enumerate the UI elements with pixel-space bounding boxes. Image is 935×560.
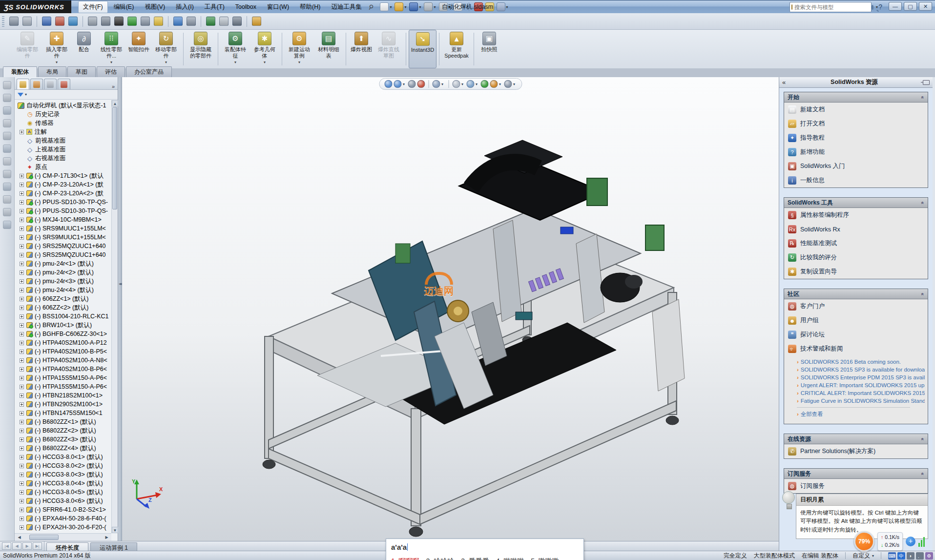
- tree-vertical-scrollbar[interactable]: ▲ ▼: [111, 100, 118, 533]
- zoom-area-icon-drop[interactable]: ▾: [403, 82, 405, 86]
- tree-item[interactable]: (-) CM-P-23-L20A<2> (默: [15, 189, 111, 198]
- expand-icon[interactable]: [20, 508, 24, 512]
- view-settings-icon-drop[interactable]: ▾: [513, 82, 515, 86]
- previous-view-icon[interactable]: [408, 80, 416, 88]
- tree-item[interactable]: (-) PPUS-SD10-30-TP-QS-: [15, 207, 111, 215]
- expand-icon[interactable]: [20, 350, 24, 354]
- ime-fullwidth-icon[interactable]: ◗: [907, 552, 914, 560]
- undo-icon[interactable]: [439, 2, 448, 11]
- tree-item[interactable]: (-) 606ZZ<1> (默认): [15, 294, 111, 303]
- help-icon[interactable]: ?: [878, 3, 882, 11]
- menu-9[interactable]: 迈迪工具集: [326, 1, 367, 13]
- collapse-section-icon[interactable]: «: [920, 437, 926, 440]
- gear-icon[interactable]: [88, 17, 97, 26]
- tree-item[interactable]: (-) HTPA15S5M150-A-P6<: [15, 373, 111, 382]
- tree-item[interactable]: (-) B6802ZZ<4> (默认): [15, 444, 111, 453]
- left-toolbar-icon-2[interactable]: [3, 94, 11, 102]
- new-document-icon-drop[interactable]: ▾: [390, 5, 392, 9]
- tree-item[interactable]: (-) pmu-24r<1> (默认): [15, 259, 111, 268]
- tree-item[interactable]: (-) HTBN1475S5M150<1: [15, 409, 111, 417]
- expand-icon[interactable]: [20, 367, 24, 372]
- tree-item[interactable]: (-) HCCG3-8.0<4> (默认): [15, 479, 111, 488]
- toolbar-grip[interactable]: [2, 16, 4, 27]
- user-groups-link[interactable]: ☻用户组: [784, 313, 928, 328]
- expand-icon[interactable]: [20, 191, 24, 196]
- zoom-fit-icon[interactable]: [384, 80, 392, 88]
- close-button[interactable]: ✕: [919, 2, 932, 11]
- tree-filter-bar[interactable]: ▾: [15, 90, 118, 100]
- panel-splitter[interactable]: ◂◂: [118, 77, 122, 541]
- expand-icon[interactable]: [20, 446, 24, 451]
- section-header[interactable]: 订阅服务«: [784, 469, 928, 479]
- menu-3[interactable]: 视图(V): [140, 1, 170, 13]
- sketch-corner-icon[interactable]: [22, 17, 32, 26]
- motion-nav-2[interactable]: ◀: [12, 542, 21, 550]
- view-settings-icon[interactable]: [504, 80, 512, 88]
- tree-item[interactable]: (-) HTBN290S2M100<1>: [15, 400, 111, 409]
- apply-scene-icon-drop[interactable]: ▾: [499, 82, 501, 86]
- ime-candidate-1[interactable]: 1. 啊啊啊: [391, 557, 419, 560]
- ime-candidate-5[interactable]: 5. 嗷嗷嗷: [531, 557, 559, 560]
- undo-icon-drop[interactable]: ▾: [449, 5, 451, 9]
- expand-icon[interactable]: [20, 253, 24, 257]
- tree-item[interactable]: (-) PPUS-SD10-30-TP-QS-: [15, 198, 111, 207]
- copy-settings-wizard-link[interactable]: ✱复制设置向导: [784, 265, 928, 279]
- rebuild-traffic-light-icon[interactable]: [474, 2, 483, 11]
- left-toolbar-icon-6[interactable]: [3, 145, 11, 153]
- filter-dropdown-icon[interactable]: ▾: [25, 92, 27, 97]
- ime-page-nav[interactable]: ‹ ›: [572, 557, 579, 560]
- ribbon-new-motion-study-button[interactable]: ⚙新建运动算例▾: [285, 30, 314, 68]
- tree-item[interactable]: (-) HCCG3-8.0<2> (默认): [15, 461, 111, 470]
- expand-icon[interactable]: [20, 499, 24, 503]
- graphics-viewport[interactable]: ▾▾▾▾▾▾ 迈迪网 Y X Z: [122, 77, 779, 541]
- tree-item[interactable]: (-) HTPA40S2M100-A-N8<: [15, 356, 111, 365]
- dropdown-icon[interactable]: ▾: [298, 60, 300, 64]
- tree-item[interactable]: (-) 606ZZ<2> (默认): [15, 303, 111, 312]
- tree-item[interactable]: (-) MXJ4-10C-M9BM<1>: [15, 215, 111, 224]
- expand-icon[interactable]: [20, 429, 24, 433]
- news-link[interactable]: ›Fatigue Curve in SOLIDWORKS Simulation …: [797, 398, 925, 404]
- tree-vscroll-thumb[interactable]: [112, 107, 117, 209]
- tree-item[interactable]: (-) SRS9MUUC1+155LM<: [15, 224, 111, 233]
- left-toolbar-icon-5[interactable]: [3, 132, 11, 140]
- motion-nav-4[interactable]: ▶|: [33, 542, 42, 550]
- ime-candidate-3[interactable]: 3. 爱爱爱: [461, 557, 489, 560]
- menu-8[interactable]: 帮助(H): [295, 1, 325, 13]
- open-icon-drop[interactable]: ▾: [404, 5, 406, 9]
- configuration-manager-tab[interactable]: [44, 79, 57, 89]
- dropdown-icon[interactable]: ▾: [264, 60, 266, 64]
- compare-score-link[interactable]: ↻比较我的评分: [784, 250, 928, 265]
- scroll-down-icon[interactable]: ▼: [112, 527, 118, 533]
- tree-item[interactable]: A注解: [15, 127, 111, 136]
- tree-root[interactable]: 自动化焊机 (默认<显示状态-1: [15, 101, 111, 110]
- tree-item[interactable]: (-) pmu-24r<4> (默认): [15, 286, 111, 294]
- see-all-link[interactable]: ›全部查看: [797, 411, 925, 418]
- dropdown-icon[interactable]: ▾: [234, 60, 236, 64]
- scroll-left-icon[interactable]: ◀: [16, 534, 23, 541]
- tree-item[interactable]: (-) SFRR6-41.0-B2-S2<1>: [15, 505, 111, 514]
- expand-icon[interactable]: [20, 262, 24, 266]
- left-toolbar-icon-4[interactable]: [3, 119, 11, 127]
- expand-icon[interactable]: [20, 218, 24, 222]
- expand-icon[interactable]: [20, 209, 24, 213]
- maximize-button[interactable]: ▢: [904, 2, 917, 11]
- file-properties-icon[interactable]: [485, 2, 494, 11]
- tutorials-link[interactable]: ✦指导教程: [784, 131, 928, 145]
- printer2-icon[interactable]: [219, 17, 229, 26]
- expand-icon[interactable]: [20, 525, 24, 530]
- tab-装配体[interactable]: 装配体: [3, 66, 37, 77]
- ribbon-mate-paperclip-button[interactable]: ∂配合: [71, 30, 97, 68]
- expand-icon[interactable]: [20, 481, 24, 486]
- motion-tab-坯件长度[interactable]: 坯件长度: [46, 542, 88, 551]
- motion-nav-3[interactable]: ▶: [22, 542, 32, 550]
- expand-icon[interactable]: [20, 314, 24, 319]
- property-manager-tab[interactable]: [30, 79, 43, 89]
- menu-6[interactable]: Toolbox: [230, 1, 261, 12]
- design-tree-icon[interactable]: [55, 17, 64, 26]
- section-header[interactable]: 社区«: [784, 289, 928, 299]
- expand-icon[interactable]: [20, 473, 24, 477]
- expand-icon[interactable]: [20, 358, 24, 363]
- section-header[interactable]: 开始«: [784, 92, 928, 103]
- solidworks-rx-link[interactable]: RxSolidWorks Rx: [784, 222, 928, 236]
- expand-icon[interactable]: [20, 385, 24, 389]
